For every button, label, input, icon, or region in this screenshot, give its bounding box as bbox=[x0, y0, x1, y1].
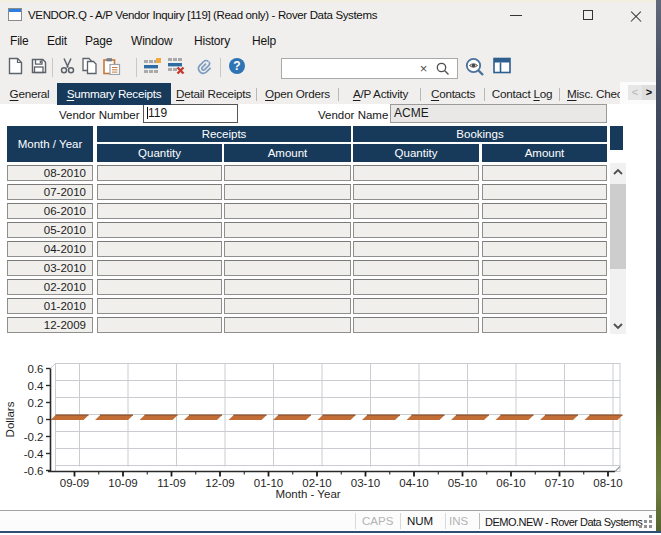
vendor-number-input[interactable]: 119 bbox=[143, 104, 238, 123]
cell-r7c1[interactable] bbox=[97, 298, 222, 314]
menu-history[interactable]: History bbox=[194, 34, 230, 48]
minimize-button[interactable] bbox=[493, 0, 538, 30]
close-button[interactable] bbox=[613, 0, 658, 30]
scrollbar-up-arrow[interactable] bbox=[610, 163, 626, 180]
menu-file[interactable]: File bbox=[10, 34, 29, 48]
delete-rows-icon[interactable] bbox=[167, 57, 185, 75]
cell-r0c3[interactable] bbox=[353, 165, 479, 181]
cell-r7c2[interactable] bbox=[224, 298, 351, 314]
search-input[interactable] bbox=[285, 60, 425, 77]
cell-month-05-2010[interactable]: 05-2010 bbox=[7, 222, 93, 238]
cell-r5c1[interactable] bbox=[97, 260, 222, 276]
header-group-receipts: Receipts bbox=[97, 126, 351, 142]
cell-r5c3[interactable] bbox=[353, 260, 479, 276]
y-tick-label: 0 bbox=[37, 414, 43, 426]
cell-month-06-2010[interactable]: 06-2010 bbox=[7, 203, 93, 219]
maximize-icon bbox=[583, 10, 593, 20]
scrollbar-thumb[interactable] bbox=[610, 184, 626, 269]
cell-r7c4[interactable] bbox=[482, 298, 607, 314]
window-title: VENDOR.Q - A/P Vendor Inquiry [119] (Rea… bbox=[28, 9, 377, 21]
header-group-bookings: Bookings bbox=[353, 126, 607, 142]
tab-open-orders[interactable]: Open Orders bbox=[259, 85, 336, 104]
attachments-icon[interactable] bbox=[196, 57, 213, 76]
y-tick-label: 0.4 bbox=[28, 380, 45, 392]
cell-month-12-2009[interactable]: 12-2009 bbox=[7, 317, 93, 333]
cell-r4c2[interactable] bbox=[224, 241, 351, 257]
menu-window[interactable]: Window bbox=[131, 34, 172, 48]
cell-r4c1[interactable] bbox=[97, 241, 222, 257]
cell-r3c2[interactable] bbox=[224, 222, 351, 238]
cell-month-01-2010[interactable]: 01-2010 bbox=[7, 298, 93, 314]
cell-r4c4[interactable] bbox=[482, 241, 607, 257]
cell-r8c1[interactable] bbox=[97, 317, 222, 333]
find-preview-icon[interactable] bbox=[464, 57, 489, 78]
scrollbar-down-arrow[interactable] bbox=[610, 317, 626, 334]
menu-bar: FileEditPageWindowHistoryHelp bbox=[0, 30, 656, 52]
tab-general[interactable]: General bbox=[4, 85, 55, 104]
cell-r1c1[interactable] bbox=[97, 184, 222, 200]
menu-edit[interactable]: Edit bbox=[47, 34, 67, 48]
cell-r8c4[interactable] bbox=[482, 317, 607, 333]
table-vertical-scrollbar[interactable] bbox=[610, 163, 626, 334]
cell-r8c2[interactable] bbox=[224, 317, 351, 333]
resize-grip[interactable] bbox=[639, 515, 653, 529]
cell-r6c3[interactable] bbox=[353, 279, 479, 295]
cell-r2c4[interactable] bbox=[482, 203, 607, 219]
cell-month-02-2010[interactable]: 02-2010 bbox=[7, 279, 93, 295]
cell-r2c1[interactable] bbox=[97, 203, 222, 219]
tab-summary-receipts[interactable]: Summary Receipts bbox=[57, 83, 171, 105]
app-icon[interactable] bbox=[8, 8, 22, 21]
cell-r3c4[interactable] bbox=[482, 222, 607, 238]
toolbar-separator bbox=[220, 58, 221, 77]
grid-view-icon[interactable] bbox=[493, 57, 512, 75]
cell-r4c3[interactable] bbox=[353, 241, 479, 257]
cell-r5c2[interactable] bbox=[224, 260, 351, 276]
insert-rows-icon[interactable] bbox=[143, 57, 161, 75]
search-clear-icon[interactable]: × bbox=[417, 62, 430, 75]
cell-r3c1[interactable] bbox=[97, 222, 222, 238]
cut-icon[interactable] bbox=[59, 57, 76, 75]
cell-r6c2[interactable] bbox=[224, 279, 351, 295]
y-tick-label: -0.6 bbox=[24, 465, 44, 477]
x-tick-label: 11-09 bbox=[157, 477, 186, 489]
tab-scroll-left-button[interactable]: < bbox=[628, 85, 642, 100]
cell-r0c4[interactable] bbox=[482, 165, 607, 181]
cell-r8c3[interactable] bbox=[353, 317, 479, 333]
menu-page[interactable]: Page bbox=[85, 34, 112, 48]
cell-r1c3[interactable] bbox=[353, 184, 479, 200]
cell-r6c1[interactable] bbox=[97, 279, 222, 295]
tab-misc-chec[interactable]: Misc. Chec bbox=[562, 85, 628, 104]
help-icon[interactable]: ? bbox=[228, 57, 246, 75]
cell-r7c3[interactable] bbox=[353, 298, 479, 314]
tab-strip: < > GeneralSummary ReceiptsDetail Receip… bbox=[0, 82, 656, 104]
vendor-name-input[interactable]: ACME bbox=[390, 104, 607, 123]
tab-detail-receipts[interactable]: Detail Receipts bbox=[173, 85, 254, 104]
maximize-button[interactable] bbox=[565, 0, 610, 30]
paste-icon[interactable] bbox=[102, 57, 121, 75]
cell-r3c3[interactable] bbox=[353, 222, 479, 238]
search-icon[interactable] bbox=[435, 61, 451, 77]
menu-help[interactable]: Help bbox=[252, 34, 276, 48]
cell-r2c3[interactable] bbox=[353, 203, 479, 219]
cell-month-07-2010[interactable]: 07-2010 bbox=[7, 184, 93, 200]
cell-r1c2[interactable] bbox=[224, 184, 351, 200]
cell-month-03-2010[interactable]: 03-2010 bbox=[7, 260, 93, 276]
new-document-icon[interactable] bbox=[7, 57, 24, 75]
tab-a-p-activity[interactable]: A/P Activity bbox=[343, 85, 418, 104]
cell-month-08-2010[interactable]: 08-2010 bbox=[7, 165, 93, 181]
cell-r5c4[interactable] bbox=[482, 260, 607, 276]
copy-icon[interactable] bbox=[81, 57, 98, 75]
taskbar-edge bbox=[0, 531, 661, 535]
cell-r0c1[interactable] bbox=[97, 165, 222, 181]
save-icon[interactable] bbox=[30, 57, 48, 75]
cell-r6c4[interactable] bbox=[482, 279, 607, 295]
cell-month-04-2010[interactable]: 04-2010 bbox=[7, 241, 93, 257]
cell-r0c2[interactable] bbox=[224, 165, 351, 181]
vendor-number-label: Vendor Number bbox=[59, 109, 140, 121]
tab-scroll-right-button[interactable]: > bbox=[642, 85, 656, 100]
tab-contact-log[interactable]: Contact Log bbox=[487, 85, 557, 104]
tab-separator bbox=[559, 88, 560, 101]
cell-r1c4[interactable] bbox=[482, 184, 607, 200]
cell-r2c2[interactable] bbox=[224, 203, 351, 219]
tab-contacts[interactable]: Contacts bbox=[424, 85, 482, 104]
